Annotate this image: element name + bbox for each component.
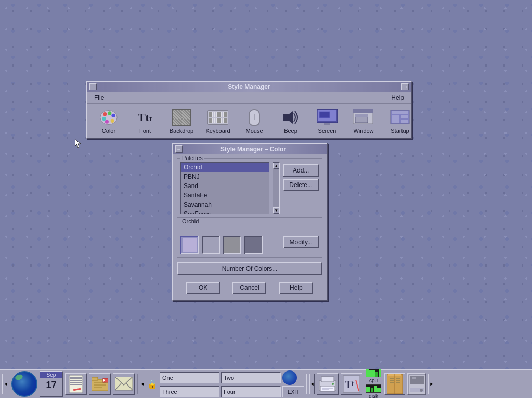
disk-area: disk: [366, 384, 381, 398]
style-manager-toolbar: Color Ttr Font Backdrop: [87, 104, 411, 138]
field-one[interactable]: One: [160, 372, 219, 383]
taskbar-scroll-2[interactable]: ◄: [140, 374, 145, 394]
scroll-down-btn[interactable]: ▼: [273, 207, 279, 214]
palette-buttons: Add... Delete...: [283, 162, 319, 214]
help-button[interactable]: Help: [279, 282, 313, 294]
toolbar-item-beep[interactable]: Beep: [273, 107, 308, 136]
swatch-dark[interactable]: [244, 236, 263, 254]
palette-item-pbnj[interactable]: PBNJ: [181, 172, 269, 181]
cpu-label: cpu: [369, 378, 378, 383]
notepad-icon[interactable]: [65, 373, 87, 395]
palette-item-seafoam[interactable]: SeaFoam: [181, 209, 269, 214]
file-menu[interactable]: File: [91, 93, 107, 102]
svg-rect-52: [375, 372, 378, 377]
startup-label: Startup: [391, 128, 409, 134]
svg-rect-24: [70, 380, 82, 381]
svg-point-5: [111, 119, 114, 123]
date-widget[interactable]: Sep 17: [40, 371, 63, 397]
drive-icon[interactable]: [407, 373, 426, 395]
lock-icon[interactable]: 🔒: [147, 379, 158, 389]
globe-button[interactable]: [11, 371, 37, 397]
disk-label: disk: [369, 393, 378, 398]
printer-icon[interactable]: [317, 373, 339, 395]
separator-1: [137, 374, 138, 394]
toolbar-item-startup[interactable]: Startup: [382, 107, 418, 136]
toolbar-item-window[interactable]: Window: [346, 107, 381, 136]
toolbar-item-backdrop[interactable]: Backdrop: [164, 107, 199, 136]
lock-area: 🔒: [147, 379, 158, 389]
help-menu[interactable]: Help: [388, 93, 407, 102]
startup-icon: [390, 108, 410, 127]
palette-item-savannah[interactable]: Savannah: [181, 200, 269, 209]
toolbar-item-font[interactable]: Ttr Font: [127, 107, 163, 136]
svg-rect-21: [401, 120, 408, 123]
palette-item-santafe[interactable]: SantaFe: [181, 191, 269, 200]
cpu-area: cpu: [366, 369, 381, 383]
swatch-primary[interactable]: [180, 236, 199, 254]
modify-button[interactable]: Modify...: [283, 236, 319, 248]
ok-button[interactable]: OK: [186, 282, 220, 294]
swatch-mid1[interactable]: [202, 236, 220, 254]
color-dialog-minimize[interactable]: ─: [175, 145, 183, 153]
svg-rect-12: [324, 123, 330, 125]
folder-icon[interactable]: [89, 373, 111, 395]
maximize-button[interactable]: □: [401, 83, 409, 90]
svg-rect-53: [379, 369, 381, 377]
svg-text:t: t: [352, 380, 354, 388]
separator-2: [306, 374, 307, 394]
field-two[interactable]: Two: [221, 372, 281, 383]
palette-item-sand[interactable]: Sand: [181, 181, 269, 191]
toolbar-item-mouse[interactable]: Mouse: [237, 107, 272, 136]
svg-point-2: [103, 112, 107, 116]
field-four[interactable]: Four: [221, 386, 281, 397]
svg-rect-16: [355, 114, 368, 117]
svg-marker-0: [75, 139, 81, 148]
svg-rect-58: [377, 388, 381, 392]
svg-rect-19: [392, 115, 399, 123]
minimize-button[interactable]: ─: [89, 83, 97, 90]
palettes-label: Palettes: [180, 155, 204, 161]
svg-rect-25: [70, 382, 82, 383]
svg-point-7: [102, 117, 106, 121]
taskbar-scroll-left[interactable]: ◄: [2, 374, 9, 394]
add-button[interactable]: Add...: [283, 164, 319, 177]
svg-rect-70: [412, 377, 416, 379]
help-icon[interactable]: [384, 373, 405, 395]
mail-icon[interactable]: [113, 373, 135, 395]
font-icon: Ttr: [135, 108, 155, 127]
color-label: Color: [102, 128, 115, 134]
taskbar-scroll-3[interactable]: ◄: [309, 374, 315, 394]
orchid-group: Orchid Modify...: [177, 222, 322, 258]
toolbar-item-color[interactable]: Color: [91, 107, 126, 136]
delete-button[interactable]: Delete...: [283, 179, 319, 191]
style-manager-titlebar: ─ Style Manager □: [87, 82, 411, 92]
taskbar: ◄ Sep 17: [0, 369, 532, 398]
svg-rect-23: [70, 377, 82, 379]
scroll-up-btn[interactable]: ▲: [273, 163, 279, 169]
palette-list[interactable]: Orchid PBNJ Sand SantaFe Savannah SeaFoa…: [180, 162, 269, 214]
svg-marker-8: [283, 111, 293, 124]
cancel-button[interactable]: Cancel: [232, 282, 266, 294]
field-three[interactable]: Three: [160, 386, 219, 397]
palette-item-orchid[interactable]: Orchid: [181, 163, 269, 172]
desktop: ─ Style Manager □ File Help: [0, 0, 532, 398]
svg-rect-39: [321, 377, 334, 382]
palettes-area: Orchid PBNJ Sand SantaFe Savannah SeaFoa…: [180, 162, 319, 214]
exit-button[interactable]: EXIT: [282, 386, 304, 397]
color-swatches: [180, 230, 263, 254]
svg-point-41: [332, 383, 334, 385]
keyboard-icon: [207, 108, 228, 127]
toolbar-item-keyboard[interactable]: Keyboard: [200, 107, 236, 136]
taskbar-scroll-right[interactable]: ►: [428, 374, 435, 394]
window-icon: [353, 108, 374, 127]
orchid-label: Orchid: [180, 218, 200, 224]
number-of-colors-button[interactable]: Number Of Colors...: [177, 262, 322, 275]
svg-rect-56: [371, 388, 373, 392]
swatch-mid2[interactable]: [223, 236, 241, 254]
toolbar-item-screen[interactable]: Screen: [309, 107, 345, 136]
world-icon[interactable]: [282, 370, 297, 385]
svg-rect-26: [70, 384, 82, 385]
font-manager-icon[interactable]: T t: [341, 373, 362, 395]
style-manager-menubar: File Help: [87, 92, 411, 104]
svg-rect-50: [369, 370, 372, 377]
